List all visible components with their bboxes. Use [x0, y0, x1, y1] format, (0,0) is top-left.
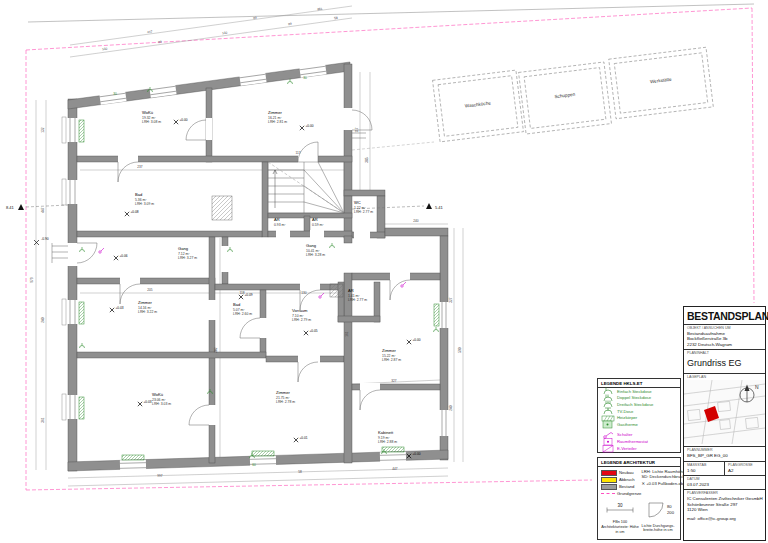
- socket-symbol-icon: [288, 79, 293, 84]
- svg-text:Zimmer: Zimmer: [138, 300, 153, 305]
- plan-number-label: PLANNUMMER: [687, 448, 762, 452]
- dimension-text: 327: [449, 297, 453, 303]
- level-marker-icon: [138, 402, 142, 406]
- dimension-text: 132: [222, 31, 228, 36]
- room-label: WoKü19.32 m²LRH: 3.08 m+0.00: [142, 110, 188, 124]
- north-letter: N: [755, 384, 759, 390]
- electrical-symbols-layer: [80, 79, 439, 458]
- author-label: PLANVERFASSER: [687, 491, 762, 495]
- plan-sheet: Waschküche Schuppen Werkstätte: [0, 0, 768, 543]
- level-marker-icon: [407, 340, 411, 344]
- marker-left-value: 8.41: [6, 205, 15, 210]
- room-label: Bad5.36 m²LRH: 3.09 m+0.08: [125, 192, 154, 216]
- swatch-bestand: [601, 484, 617, 490]
- svg-text:AR: AR: [312, 217, 318, 222]
- room-label: Zimmer14.16 m²LRH: 3.22 m+0.03: [110, 300, 157, 314]
- outbuilding-label-werkstaette: Werkstätte: [650, 77, 673, 85]
- room-label: WoKü23.06 m²LRH: 3.03 m+0.03: [138, 392, 171, 406]
- legend-swatch-row: Grundgrenze: [601, 490, 641, 497]
- room-label: Gang10.41 m²LRH: 3.28 m: [306, 243, 325, 257]
- svg-text:+0.01: +0.01: [299, 436, 307, 440]
- dimension-text: 117: [355, 127, 359, 132]
- door-clearance-figure-icon: 80 200: [641, 501, 675, 519]
- level-marker-icon: [300, 126, 304, 130]
- level-marker-icon: [294, 438, 298, 442]
- svg-text:Zimmer: Zimmer: [382, 348, 397, 353]
- object-label: OBJEKT / ANSUCHEN UM: [687, 326, 762, 330]
- svg-text:+0.00: +0.00: [305, 124, 313, 128]
- svg-text:WoKü: WoKü: [142, 110, 154, 115]
- svg-text:LRH: 3.22 m: LRH: 3.22 m: [138, 310, 157, 314]
- svg-text:Vorraum: Vorraum: [292, 308, 308, 313]
- level-marker-icon: [110, 308, 114, 312]
- dimension-text: 58: [298, 470, 302, 474]
- windows: [62, 63, 450, 472]
- level-marker-icon: [114, 256, 118, 260]
- dimension-text: 240: [413, 219, 419, 223]
- chimney-hatch: [212, 196, 343, 297]
- dimension-text: 447: [147, 30, 153, 35]
- svg-text:LRH: 2.78 m: LRH: 2.78 m: [276, 400, 295, 404]
- svg-text:LRH: 2.88 m: LRH: 2.88 m: [378, 440, 397, 444]
- svg-text:Zimmer: Zimmer: [268, 110, 283, 115]
- svg-text:+0.05: +0.05: [309, 329, 317, 333]
- level-marker-icon: [239, 295, 243, 299]
- dimension-text: 979: [30, 277, 34, 283]
- dimension-text: 385: [365, 157, 369, 163]
- plan-content-title: Grundriss EG: [687, 356, 762, 371]
- svg-text:AR: AR: [348, 288, 354, 293]
- svg-text:LRH: 3.03 m: LRH: 3.03 m: [152, 402, 171, 406]
- fok-cross-icon: ✕: [641, 481, 645, 486]
- content-label: PLANINHALT: [687, 351, 762, 355]
- svg-text:Bad: Bad: [135, 192, 143, 197]
- svg-text:AR: AR: [274, 217, 280, 222]
- main-stair: [268, 162, 344, 213]
- svg-text:0.93 m²: 0.93 m²: [274, 223, 286, 227]
- switch-symbol-icon: [401, 282, 406, 287]
- door-gaps: [67, 108, 410, 425]
- svg-text:+0.00: +0.00: [179, 118, 187, 122]
- legend-arch-title: LEGENDE ARCHITEKTUR: [598, 460, 680, 467]
- room-label: Bad5.07 m²LRH: 2.60 m+0.09: [233, 293, 253, 316]
- dimension-text: 99: [158, 40, 162, 44]
- room-label: AR1.41 m²LRH: 2.77 m: [348, 288, 367, 302]
- fok-marker: +0.03: [646, 481, 657, 486]
- legend-item: E-Verteiler: [601, 445, 677, 452]
- room-label: Vorraum7.10 m²LRH: 2.79 m+0.05: [292, 308, 318, 335]
- size-value: A2: [728, 468, 762, 473]
- svg-text:LRH: 3.08 m: LRH: 3.08 m: [142, 120, 161, 124]
- date-value: 03.07.2023: [687, 482, 762, 487]
- svg-text:LRH: 2.79 m: LRH: 2.79 m: [292, 318, 311, 322]
- dimension-text: 447: [41, 207, 45, 213]
- object-line-3: 2232 Deutsch-Wagram: [687, 342, 762, 347]
- scale-value: 1:50: [687, 468, 721, 473]
- svg-text:WoKü: WoKü: [152, 392, 164, 397]
- dimension-text: 99: [288, 22, 292, 26]
- room-label: WC1.22 m²LRH: 2.77 m: [354, 200, 373, 214]
- dimension-text: 361: [317, 7, 323, 12]
- walls-layer: [68, 62, 448, 471]
- room-label: Gang7.12 m²LRH: 3.27 m+0.06: [114, 246, 197, 260]
- svg-text:+0.00: +0.00: [412, 338, 420, 342]
- dimension-text: 130: [301, 291, 307, 295]
- dimension-text: 30: [303, 76, 307, 80]
- svg-text:30: 30: [617, 503, 623, 508]
- dimension-text: 117: [295, 151, 300, 155]
- siteplan-map: N: [684, 380, 765, 446]
- swatch-grundgrenze: [601, 493, 615, 494]
- legend-swatch-row: Neubau: [601, 469, 641, 476]
- legend-arch-box: LEGENDE ARCHITEKTUR NeubauAbbruchBestand…: [597, 457, 681, 540]
- room-label: AR0.59 m²: [312, 217, 324, 227]
- legend-arch-swatches: NeubauAbbruchBestandGrundgrenze: [601, 469, 641, 497]
- dimension-text: 30: [113, 92, 117, 96]
- dimension-text: 161: [345, 331, 349, 337]
- legend-swatch-row: Bestand: [601, 483, 641, 490]
- svg-text:Kabinett: Kabinett: [378, 430, 394, 435]
- svg-text:WC: WC: [354, 200, 361, 205]
- socket-symbol-icon: [80, 247, 85, 252]
- svg-text:+0.06: +0.06: [119, 254, 127, 258]
- room-label: Zimmer21.75 m²LRH: 2.78 m+0.01: [276, 390, 308, 442]
- text-height-figure-icon: 30: [603, 501, 637, 515]
- dimension-text: 118: [239, 291, 244, 295]
- plan-type-title: BESTANDSPLAN: [684, 307, 765, 325]
